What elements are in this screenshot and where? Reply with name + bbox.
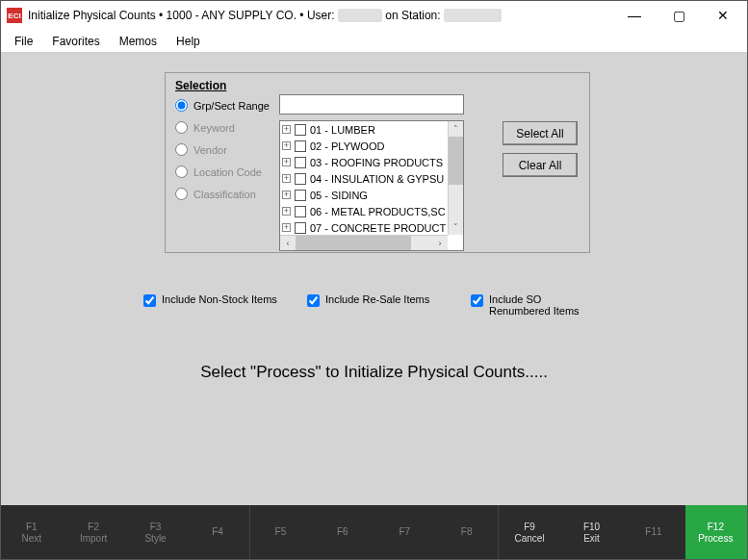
tree-label: 02 - PLYWOOD [310, 140, 384, 152]
menu-help[interactable]: Help [167, 33, 210, 50]
fkey-f1[interactable]: F1Next [1, 505, 63, 559]
check-nonstock-input[interactable] [143, 294, 156, 307]
expand-icon[interactable]: + [282, 191, 291, 199]
tree-row[interactable]: +04 - INSULATION & GYPSU [280, 170, 448, 187]
fkey-label: Style [144, 533, 166, 544]
check-resale-label: Include Re-Sale Items [325, 293, 429, 305]
tree-checkbox[interactable] [295, 173, 306, 185]
fkey-f7[interactable]: F7 [374, 505, 436, 559]
title-company: 1000 - ANY SUPPLY CO. [167, 9, 297, 22]
fkey-key: F6 [337, 526, 348, 537]
fkey-f3[interactable]: F3Style [125, 505, 187, 559]
title-sep1: • [156, 9, 167, 22]
tree-row[interactable]: +01 - LUMBER [280, 121, 448, 138]
scroll-thumb[interactable] [296, 236, 411, 250]
fkey-f8[interactable]: F8 [436, 505, 498, 559]
app-window: ECI Initialize Physical Counts • 1000 - … [0, 0, 748, 560]
fkey-f12-process[interactable]: F12Process [685, 505, 747, 559]
tree-checkbox[interactable] [295, 190, 306, 201]
expand-icon[interactable]: + [282, 223, 291, 232]
selection-radio-column: Grp/Sect Range Keyword Vendor Location C… [175, 94, 279, 251]
fkey-label: Cancel [515, 533, 545, 544]
expand-icon[interactable]: + [282, 158, 291, 166]
tree-box[interactable]: +01 - LUMBER +02 - PLYWOOD +03 - ROOFING… [279, 120, 464, 251]
tree-checkbox[interactable] [295, 157, 306, 168]
tree-row[interactable]: +02 - PLYWOOD [280, 138, 448, 154]
fkey-f10-exit[interactable]: F10Exit [561, 505, 623, 559]
scroll-down-icon[interactable]: ˅ [449, 219, 463, 235]
fkey-f6[interactable]: F6 [312, 505, 374, 559]
scroll-left-icon[interactable]: ‹ [280, 236, 296, 250]
tree-checkbox[interactable] [295, 140, 306, 152]
fkey-key: F2 [88, 522, 99, 532]
menu-memos[interactable]: Memos [110, 33, 167, 50]
tree-row[interactable]: +03 - ROOFING PRODUCTS [280, 154, 448, 170]
tree-checkbox[interactable] [295, 206, 306, 217]
clear-all-button[interactable]: Clear All [503, 153, 578, 177]
fkey-f5[interactable]: F5 [249, 505, 312, 559]
tree-checkbox[interactable] [295, 222, 306, 234]
radio-grpsect-input[interactable] [175, 99, 188, 112]
fkey-label: Next [21, 533, 41, 544]
radio-location[interactable]: Location Code [175, 165, 279, 178]
fkey-f11[interactable]: F11 [623, 505, 684, 559]
selection-middle-column: +01 - LUMBER +02 - PLYWOOD +03 - ROOFING… [279, 94, 489, 251]
maximize-button[interactable]: ▢ [657, 1, 701, 30]
fkey-f9-cancel[interactable]: F9Cancel [498, 505, 560, 559]
window-title: Initialize Physical Counts • 1000 - ANY … [28, 9, 502, 23]
scroll-up-icon[interactable]: ˄ [449, 121, 463, 137]
include-options-row: Include Non-Stock Items Include Re-Sale … [143, 293, 689, 317]
menu-favorites[interactable]: Favorites [42, 33, 109, 50]
radio-vendor[interactable]: Vendor [175, 143, 279, 156]
title-user-obscured [338, 9, 382, 22]
menu-file[interactable]: File [5, 33, 42, 50]
vertical-scrollbar[interactable]: ˄ ˅ [448, 121, 463, 235]
radio-grpsect-label: Grp/Sect Range [193, 100, 270, 112]
minimize-button[interactable]: — [612, 1, 657, 30]
expand-icon[interactable]: + [282, 207, 291, 216]
horizontal-scrollbar[interactable]: ‹ › [280, 235, 448, 250]
function-key-bar: F1Next F2Import F3Style F4 F5 F6 F7 F8 F… [1, 505, 747, 559]
fkey-f2[interactable]: F2Import [63, 505, 124, 559]
check-nonstock[interactable]: Include Non-Stock Items [143, 293, 307, 317]
fkey-key: F7 [399, 526, 410, 537]
selection-title: Selection [175, 79, 578, 92]
check-resale[interactable]: Include Re-Sale Items [307, 293, 471, 317]
fkey-f4[interactable]: F4 [187, 505, 248, 559]
check-so-renumbered-label: Include SO Renumbered Items [489, 293, 605, 317]
tree-checkbox[interactable] [295, 124, 306, 136]
radio-classification[interactable]: Classification [175, 188, 279, 200]
tree-label: 04 - INSULATION & GYPSU [310, 173, 444, 185]
tree-inner: +01 - LUMBER +02 - PLYWOOD +03 - ROOFING… [280, 121, 448, 235]
fkey-key: F11 [645, 526, 661, 537]
fkey-key: F5 [275, 526, 287, 537]
menubar: File Favorites Memos Help [1, 30, 747, 53]
tree-row[interactable]: +07 - CONCRETE PRODUCT [280, 219, 448, 235]
radio-grpsect[interactable]: Grp/Sect Range [175, 99, 279, 112]
scroll-right-icon[interactable]: › [432, 236, 448, 250]
radio-classification-label: Classification [193, 189, 256, 200]
app-icon: ECI [7, 8, 22, 23]
scroll-thumb[interactable] [449, 137, 463, 185]
radio-vendor-input[interactable] [175, 143, 188, 156]
expand-icon[interactable]: + [282, 125, 291, 134]
check-so-renumbered-input[interactable] [471, 294, 483, 307]
expand-icon[interactable]: + [282, 141, 291, 150]
prompt-text: Select "Process" to Initialize Physical … [1, 363, 747, 382]
selection-button-column: Select All Clear All [489, 94, 578, 251]
tree-row[interactable]: +06 - METAL PRODUCTS,SC [280, 203, 448, 219]
client-area: Selection Grp/Sect Range Keyword Vendor … [1, 53, 747, 505]
search-input[interactable] [279, 94, 464, 115]
tree-row[interactable]: +05 - SIDING [280, 187, 448, 203]
select-all-button[interactable]: Select All [503, 121, 578, 145]
title-main: Initialize Physical Counts [28, 9, 156, 22]
radio-classification-input[interactable] [175, 188, 188, 200]
check-resale-input[interactable] [307, 294, 320, 307]
check-so-renumbered[interactable]: Include SO Renumbered Items [471, 293, 634, 317]
radio-location-input[interactable] [175, 165, 188, 178]
check-nonstock-label: Include Non-Stock Items [162, 293, 277, 305]
expand-icon[interactable]: + [282, 174, 291, 183]
radio-keyword[interactable]: Keyword [175, 121, 279, 134]
radio-keyword-input[interactable] [175, 121, 188, 134]
close-button[interactable]: ✕ [701, 1, 745, 30]
